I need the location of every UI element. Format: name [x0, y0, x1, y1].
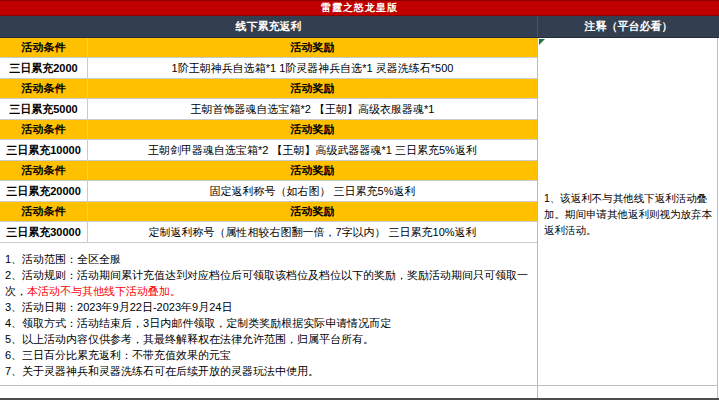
rebate-table: 活动条件 活动奖励 三日累充2000 1阶王朝神兵自选箱*1 1阶灵器神兵自选*… [0, 38, 538, 398]
row-divider [538, 385, 717, 386]
condition-header-cell: 活动条件 [0, 202, 88, 221]
reward-cell: 王朝剑甲器魂自选宝箱*2 【王朝】高级武器器魂*1 三日累充5%返利 [88, 140, 537, 160]
condition-cell: 三日累充5000 [0, 99, 88, 119]
condition-header-cell: 活动条件 [0, 79, 88, 98]
condition-header-cell: 活动条件 [0, 161, 88, 180]
note-line-5: 5、以上活动内容仅供参考，其最终解释权在法律允许范围，归属平台所有。 [5, 331, 531, 347]
cell-flag-triangle-icon [539, 39, 545, 45]
table-row: 三日累充20000 固定返利称号（如右图） 三日累充5%返利 [0, 181, 537, 202]
condition-cell: 三日累充10000 [0, 140, 88, 160]
note-line-1: 1、活动范围：全区全服 [5, 251, 531, 267]
reward-cell: 固定返利称号（如右图） 三日累充5%返利 [88, 181, 537, 201]
section-header-annotation: 注释（平台必看） [538, 16, 719, 37]
note-line-6: 6、三日百分比累充返利：不带充值效果的元宝 [5, 347, 531, 363]
note-line-7: 7、关于灵器神兵和灵器洗练石可在后续开放的灵器玩法中使用。 [5, 363, 531, 379]
section-header-offline-rebate: 线下累充返利 [0, 16, 538, 37]
reward-cell: 1阶王朝神兵自选箱*1 1阶灵器神兵自选*1 灵器洗练石*500 [88, 58, 537, 78]
reward-header-cell: 活动奖励 [88, 202, 537, 221]
note-line-4: 4、领取方式：活动结束后，3日内邮件领取，定制类奖励根据实际申请情况而定 [5, 315, 531, 331]
note-line-3: 3、活动日期：2023年9月22日-2023年9月24日 [5, 299, 531, 315]
reward-header-cell: 活动奖励 [88, 38, 537, 57]
table-row: 三日累充10000 王朝剑甲器魂自选宝箱*2 【王朝】高级武器器魂*1 三日累充… [0, 140, 537, 161]
reward-cell: 王朝首饰器魂自选宝箱*2 【王朝】高级衣服器魂*1 [88, 99, 537, 119]
annotation-panel: 1、该返利不与其他线下返利活动叠加。期间申请其他返利则视为放弃本返利活动。 [538, 38, 718, 398]
reward-header-cell: 活动奖励 [88, 79, 537, 98]
reward-header-cell: 活动奖励 [88, 161, 537, 180]
table-row: 三日累充5000 王朝首饰器魂自选宝箱*2 【王朝】高级衣服器魂*1 [0, 99, 537, 120]
reward-cell: 定制返利称号（属性相较右图翻一倍，7字以内） 三日累充10%返利 [88, 222, 537, 242]
note-line-2-warning: 本活动不与其他线下活动叠加。 [27, 285, 181, 297]
condition-header-cell: 活动条件 [0, 120, 88, 139]
sheet-body: 活动条件 活动奖励 三日累充2000 1阶王朝神兵自选箱*1 1阶灵器神兵自选*… [0, 38, 719, 398]
table-header-row: 活动条件 活动奖励 [0, 120, 537, 140]
table-row: 三日累充2000 1阶王朝神兵自选箱*1 1阶灵器神兵自选*1 灵器洗练石*50… [0, 58, 537, 79]
condition-cell: 三日累充20000 [0, 181, 88, 201]
note-line-2: 2、活动规则：活动期间累计充值达到对应档位后可领取该档位及档位以下的奖励，奖励活… [5, 267, 531, 299]
table-header-row: 活动条件 活动奖励 [0, 79, 537, 99]
condition-header-cell: 活动条件 [0, 38, 88, 57]
rebate-rules-sheet: 雷霆之怒龙皇版 线下累充返利 注释（平台必看） 活动条件 活动奖励 三日累充20… [0, 0, 719, 400]
notes-list: 1、活动范围：全区全服 2、活动规则：活动期间累计充值达到对应档位后可领取该档位… [0, 243, 537, 386]
table-header-row: 活动条件 活动奖励 [0, 38, 537, 58]
sheet-title: 雷霆之怒龙皇版 [0, 0, 719, 16]
annotation-text: 1、该返利不与其他线下返利活动叠加。期间申请其他返利则视为放弃本返利活动。 [538, 190, 717, 238]
table-row: 三日累充30000 定制返利称号（属性相较右图翻一倍，7字以内） 三日累充10%… [0, 222, 537, 243]
empty-row [0, 386, 537, 398]
condition-cell: 三日累充2000 [0, 58, 88, 78]
table-header-row: 活动条件 活动奖励 [0, 161, 537, 181]
reward-header-cell: 活动奖励 [88, 120, 537, 139]
section-header-row: 线下累充返利 注释（平台必看） [0, 16, 719, 38]
table-header-row: 活动条件 活动奖励 [0, 202, 537, 222]
condition-cell: 三日累充30000 [0, 222, 88, 242]
